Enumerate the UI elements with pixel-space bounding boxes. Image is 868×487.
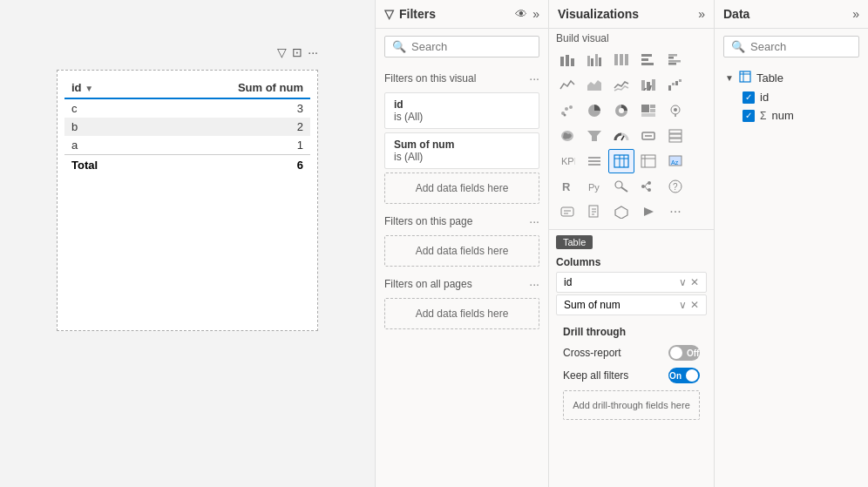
- tree-expand-icon: ▼: [725, 73, 734, 83]
- viz-divider: [549, 229, 714, 230]
- viz-icon-treemap[interactable]: [635, 98, 661, 123]
- svg-rect-9: [625, 54, 628, 65]
- column-sum-remove-icon[interactable]: ✕: [690, 299, 699, 311]
- drillthrough-label: Drill through: [556, 326, 707, 338]
- viz-icon-r[interactable]: R: [554, 174, 580, 199]
- viz-icon-decomp-tree[interactable]: [635, 174, 661, 199]
- data-search-box[interactable]: 🔍: [723, 36, 859, 57]
- viz-icon-multi-row-card[interactable]: [662, 124, 688, 148]
- focus-icon[interactable]: ⊡: [292, 45, 302, 59]
- viz-icon-area[interactable]: [581, 73, 607, 98]
- viz-icon-filled-map[interactable]: [554, 124, 580, 148]
- viz-icon-power-automate[interactable]: [635, 200, 661, 224]
- columns-section-label: Columns: [549, 256, 714, 268]
- tree-field-id[interactable]: ✓ id: [722, 88, 861, 106]
- viz-icon-cluster-h[interactable]: [662, 48, 688, 72]
- viz-icon-donut[interactable]: [608, 98, 634, 123]
- viz-header-icons: »: [698, 7, 705, 21]
- filters-page-label: Filters on this page ···: [376, 207, 548, 232]
- filters-eye-icon[interactable]: 👁: [515, 7, 527, 21]
- svg-rect-15: [668, 60, 681, 63]
- viz-icon-gauge[interactable]: [608, 124, 634, 148]
- viz-icon-line[interactable]: [554, 73, 580, 98]
- viz-expand-icon[interactable]: »: [698, 7, 705, 21]
- filters-panel: ▽ Filters 👁 » 🔍 Filters on this visual ·…: [375, 0, 549, 487]
- filters-search-box[interactable]: 🔍: [384, 36, 539, 57]
- filters-page-more[interactable]: ···: [529, 214, 539, 228]
- cell-val-a: 1: [147, 136, 310, 155]
- filters-search-input[interactable]: [411, 40, 532, 53]
- column-id-dropdown-icon[interactable]: ∨: [679, 276, 687, 288]
- column-id-remove-icon[interactable]: ✕: [690, 276, 699, 288]
- filter-value-id: is (All): [394, 111, 530, 123]
- field-id-checkbox[interactable]: ✓: [743, 91, 755, 104]
- more-icon[interactable]: ···: [308, 45, 318, 59]
- viz-icon-kpi[interactable]: KPI: [554, 149, 580, 173]
- svg-rect-0: [560, 57, 564, 66]
- viz-icon-smart-narrative[interactable]: [554, 200, 580, 224]
- svg-rect-16: [668, 63, 676, 65]
- viz-icon-azure-maps[interactable]: Az: [662, 149, 688, 173]
- column-field-sum-num[interactable]: Sum of num ∨ ✕: [556, 294, 707, 315]
- add-drillthrough-fields[interactable]: Add drill-through fields here: [563, 390, 700, 420]
- data-title: Data: [723, 7, 749, 21]
- svg-rect-44: [669, 130, 682, 133]
- filter-icon[interactable]: ▽: [277, 45, 287, 59]
- table-tooltip-area: Table: [556, 235, 707, 249]
- viz-icon-funnel[interactable]: [581, 124, 607, 148]
- viz-icon-map[interactable]: [662, 98, 688, 123]
- viz-icon-scatter[interactable]: [554, 98, 580, 123]
- svg-marker-17: [587, 80, 601, 91]
- filters-visual-more[interactable]: ···: [529, 71, 539, 85]
- viz-icon-stacked-bar[interactable]: [554, 48, 580, 72]
- viz-icon-pie[interactable]: [581, 98, 607, 123]
- filters-all-section: Filters on all pages ··· Add data fields…: [376, 270, 548, 333]
- viz-icon-python[interactable]: Py: [581, 174, 607, 199]
- svg-rect-10: [641, 54, 652, 57]
- viz-icon-ribbon[interactable]: [635, 73, 661, 98]
- cross-report-toggle[interactable]: Off: [668, 345, 700, 361]
- viz-icon-more[interactable]: ···: [662, 200, 688, 224]
- col-id[interactable]: id ▼: [64, 78, 147, 98]
- filters-expand-icon[interactable]: »: [532, 7, 539, 21]
- filters-visual-label: Filters on this visual ···: [376, 64, 548, 89]
- cell-id-c: c: [64, 98, 147, 118]
- svg-text:R: R: [562, 180, 571, 193]
- filters-all-add-fields[interactable]: Add data fields here: [384, 298, 539, 329]
- filter-card-id[interactable]: id is (All): [384, 92, 539, 129]
- tree-table-item[interactable]: ▼ Table: [722, 68, 861, 88]
- viz-icon-cluster-bar[interactable]: [581, 48, 607, 72]
- svg-marker-40: [587, 131, 601, 141]
- filter-card-sum[interactable]: Sum of num is (All): [384, 132, 539, 169]
- viz-icon-waterfall[interactable]: [662, 73, 688, 98]
- viz-icon-line-stacked[interactable]: [608, 73, 634, 98]
- total-value: 6: [147, 155, 310, 176]
- viz-icon-card[interactable]: [635, 124, 661, 148]
- viz-icon-slicer[interactable]: [581, 149, 607, 173]
- filters-all-more[interactable]: ···: [529, 277, 539, 291]
- viz-icon-bar-h[interactable]: [635, 48, 661, 72]
- viz-icon-paginated[interactable]: [581, 200, 607, 224]
- filter-field-id: id: [394, 98, 530, 111]
- tree-field-num[interactable]: ✓ Σ num: [722, 106, 861, 125]
- viz-icon-100-stacked[interactable]: [608, 48, 634, 72]
- field-num-checkbox[interactable]: ✓: [743, 110, 755, 122]
- filters-page-add-fields[interactable]: Add data fields here: [384, 235, 539, 267]
- filters-visual-add-fields[interactable]: Add data fields here: [384, 172, 539, 204]
- viz-icon-table[interactable]: [608, 149, 634, 173]
- data-search-input[interactable]: [750, 40, 851, 53]
- column-sum-dropdown-icon[interactable]: ∨: [679, 299, 687, 311]
- viz-icon-key-influencers[interactable]: [608, 174, 634, 199]
- keep-filters-toggle[interactable]: On: [668, 368, 700, 383]
- svg-rect-80: [740, 71, 750, 82]
- column-field-id[interactable]: id ∨ ✕: [556, 272, 707, 293]
- data-expand-icon[interactable]: »: [852, 7, 859, 21]
- viz-icon-power-apps[interactable]: [608, 200, 634, 224]
- viz-icon-qa[interactable]: ?: [662, 174, 688, 199]
- col-sum-num[interactable]: Sum of num: [147, 78, 310, 98]
- filters-all-label: Filters on all pages ···: [376, 270, 548, 294]
- svg-rect-35: [641, 113, 655, 117]
- viz-icon-matrix[interactable]: [635, 149, 661, 173]
- drillthrough-section: Drill through Cross-report Off Keep all …: [549, 317, 714, 427]
- svg-point-65: [648, 181, 651, 185]
